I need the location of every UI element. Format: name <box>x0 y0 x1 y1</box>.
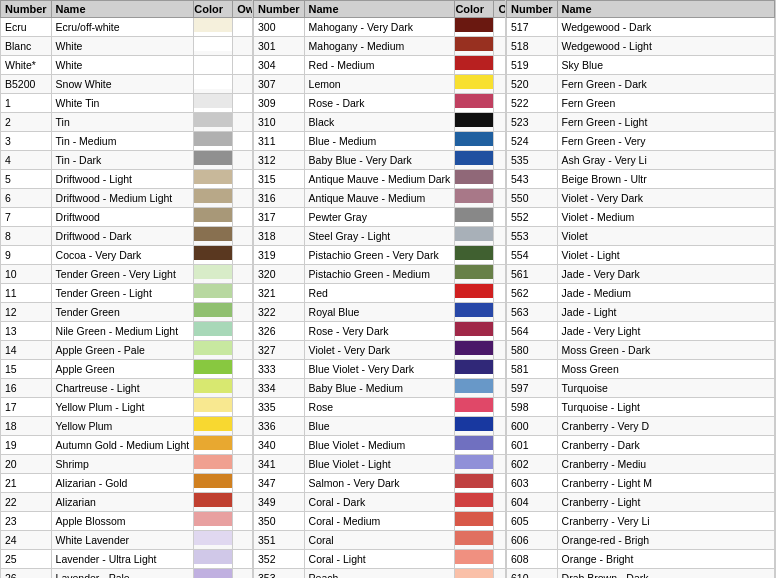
table-row: 553 Violet <box>507 227 775 246</box>
cell-number: 10 <box>1 265 52 284</box>
table-row: 336 Blue <box>254 417 507 436</box>
cell-color <box>194 56 233 75</box>
cell-name: Blue - Medium <box>304 132 455 151</box>
cell-name: Beige Brown - Ultr <box>557 170 774 189</box>
cell-color <box>194 512 233 531</box>
cell-color <box>455 436 494 455</box>
cell-owned <box>494 417 506 436</box>
cell-name: Rose <box>304 398 455 417</box>
cell-name: Fern Green - Very <box>557 132 774 151</box>
table-row: 518 Wedgewood - Light <box>507 37 775 56</box>
cell-color <box>455 379 494 398</box>
cell-color <box>194 227 233 246</box>
cell-name: Blue <box>304 417 455 436</box>
cell-color <box>194 436 233 455</box>
cell-color <box>194 474 233 493</box>
cell-name: Tender Green - Very Light <box>51 265 194 284</box>
cell-name: Orange-red - Brigh <box>557 531 774 550</box>
cell-number: 5 <box>1 170 52 189</box>
cell-owned <box>233 94 253 113</box>
cell-number: 535 <box>507 151 558 170</box>
cell-number: 320 <box>254 265 305 284</box>
cell-owned <box>494 341 506 360</box>
cell-name: Violet - Very Dark <box>557 189 774 208</box>
cell-name: Yellow Plum <box>51 417 194 436</box>
table-row: 333 Blue Violet - Very Dark <box>254 360 507 379</box>
cell-number: 317 <box>254 208 305 227</box>
cell-number: 608 <box>507 550 558 569</box>
cell-color <box>194 113 233 132</box>
cell-number: 562 <box>507 284 558 303</box>
table-row: 311 Blue - Medium <box>254 132 507 151</box>
cell-name: Mahogany - Medium <box>304 37 455 56</box>
cell-owned <box>233 569 253 579</box>
cell-owned <box>233 398 253 417</box>
cell-name: Autumn Gold - Medium Light <box>51 436 194 455</box>
table-row: 4 Tin - Dark <box>1 151 254 170</box>
cell-name: Fern Green <box>557 94 774 113</box>
table-row: 20 Shrimp <box>1 455 254 474</box>
cell-color <box>455 341 494 360</box>
table-row: 604 Cranberry - Light <box>507 493 775 512</box>
cell-owned <box>494 474 506 493</box>
cell-number: 603 <box>507 474 558 493</box>
cell-color <box>455 227 494 246</box>
cell-name: Mahogany - Very Dark <box>304 18 455 37</box>
table-row: 16 Chartreuse - Light <box>1 379 254 398</box>
cell-color <box>194 132 233 151</box>
cell-name: Apple Blossom <box>51 512 194 531</box>
table-row: 608 Orange - Bright <box>507 550 775 569</box>
cell-owned <box>494 512 506 531</box>
table-row: 601 Cranberry - Dark <box>507 436 775 455</box>
cell-number: 598 <box>507 398 558 417</box>
cell-number: 17 <box>1 398 52 417</box>
table-row: 300 Mahogany - Very Dark <box>254 18 507 37</box>
cell-color <box>455 151 494 170</box>
table-row: 327 Violet - Very Dark <box>254 341 507 360</box>
table-row: 597 Turquoise <box>507 379 775 398</box>
cell-owned <box>233 37 253 56</box>
cell-name: Violet - Medium <box>557 208 774 227</box>
cell-name: Cranberry - Dark <box>557 436 774 455</box>
cell-color <box>455 189 494 208</box>
cell-number: 21 <box>1 474 52 493</box>
cell-name: Apple Green <box>51 360 194 379</box>
cell-color <box>194 550 233 569</box>
table-row: 3 Tin - Medium <box>1 132 254 151</box>
cell-number: 15 <box>1 360 52 379</box>
cell-name: Blue Violet - Medium <box>304 436 455 455</box>
table-row: 349 Coral - Dark <box>254 493 507 512</box>
cell-number: 6 <box>1 189 52 208</box>
cell-number: 347 <box>254 474 305 493</box>
cell-color <box>455 170 494 189</box>
cell-owned <box>233 303 253 322</box>
cell-number: 518 <box>507 37 558 56</box>
cell-name: Lavender - Ultra Light <box>51 550 194 569</box>
table-row: 315 Antique Mauve - Medium Dark <box>254 170 507 189</box>
cell-owned <box>494 550 506 569</box>
cell-name: White <box>51 37 194 56</box>
cell-name: Coral <box>304 531 455 550</box>
table-row: 301 Mahogany - Medium <box>254 37 507 56</box>
cell-color <box>194 360 233 379</box>
cell-name: Fern Green - Light <box>557 113 774 132</box>
cell-color <box>194 284 233 303</box>
cell-number: 552 <box>507 208 558 227</box>
cell-number: 1 <box>1 94 52 113</box>
table-row: 340 Blue Violet - Medium <box>254 436 507 455</box>
cell-name: Moss Green - Dark <box>557 341 774 360</box>
cell-color <box>194 75 233 94</box>
cell-number: 7 <box>1 208 52 227</box>
cell-color <box>194 493 233 512</box>
header-name-2: Name <box>304 1 455 18</box>
cell-name: Tin <box>51 113 194 132</box>
cell-name: Tender Green - Light <box>51 284 194 303</box>
cell-number: 554 <box>507 246 558 265</box>
cell-number: 517 <box>507 18 558 37</box>
table-row: 523 Fern Green - Light <box>507 113 775 132</box>
cell-owned <box>494 379 506 398</box>
table-row: 13 Nile Green - Medium Light <box>1 322 254 341</box>
table-row: 605 Cranberry - Very Li <box>507 512 775 531</box>
cell-name: Yellow Plum - Light <box>51 398 194 417</box>
cell-owned <box>494 132 506 151</box>
